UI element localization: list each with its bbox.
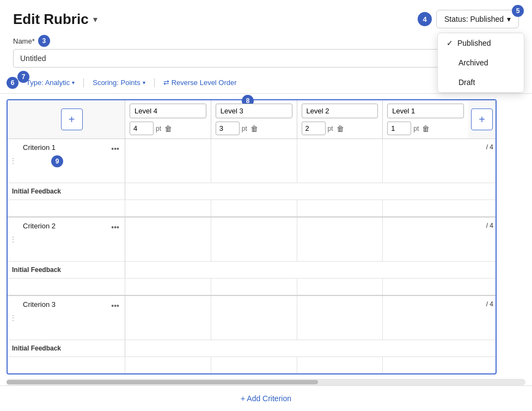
criterion-3-rating-2[interactable]	[297, 296, 383, 340]
criterion-3-drag-handle[interactable]: ⋮	[8, 296, 19, 340]
reverse-level-button[interactable]: ⇄ Reverse Level Order	[159, 76, 241, 89]
level-2-pt-label: pt	[328, 125, 333, 132]
criterion-3-group: ⋮ Criterion 3 ••• / 4 Initial	[8, 296, 496, 373]
level-3-points-row: pt 🗑	[216, 122, 292, 135]
table-wrapper[interactable]: 8 + pt 🗑	[0, 94, 532, 379]
criterion-2-drag-handle[interactable]: ⋮	[8, 217, 19, 261]
toolbar-divider	[83, 78, 84, 87]
criterion-2-extra-rating-3	[211, 279, 297, 295]
criterion-3-rating-1[interactable]	[383, 296, 468, 340]
criterion-1-extra-rating-2	[297, 200, 383, 216]
scrollbar-thumb[interactable]	[7, 380, 318, 384]
add-criterion-bar: + Add Criterion	[0, 385, 532, 411]
page-title: Edit Rubric	[13, 11, 89, 28]
criterion-1-extra-rating-1	[383, 200, 468, 216]
criterion-2-name-cell: Criterion 2 •••	[19, 217, 125, 261]
rubric-table: 8 + pt 🗑	[7, 99, 497, 374]
criterion-1-name: Criterion 1	[23, 143, 56, 152]
level-header-row: + pt 🗑	[8, 100, 496, 139]
type-label: Type: Analytic	[26, 78, 70, 87]
criterion-2-rating-3[interactable]	[211, 217, 297, 261]
criterion-2-rating-1[interactable]	[383, 217, 468, 261]
criterion-3-rating-4[interactable]	[125, 296, 211, 340]
add-level-right-button[interactable]: +	[471, 108, 493, 130]
toolbar-divider-2	[154, 78, 155, 87]
level-2-points-input[interactable]	[302, 122, 326, 135]
criterion-2-score: / 4	[468, 217, 496, 261]
level-cells-area: pt 🗑 pt 🗑	[125, 100, 468, 138]
level-1-delete-button[interactable]: 🗑	[421, 123, 431, 134]
status-button[interactable]: Status: Published ▾ 5	[436, 10, 519, 28]
title-dropdown-icon[interactable]: ▾	[93, 14, 97, 25]
level-1-points-input[interactable]	[387, 122, 411, 135]
criterion-2-main-row: ⋮ Criterion 2 ••• / 4	[8, 217, 496, 262]
criterion-2-extra-rating-1	[383, 279, 468, 295]
level-4-delete-button[interactable]: 🗑	[163, 123, 173, 134]
level-1-pt-label: pt	[413, 125, 419, 132]
criterion-1-rating-1[interactable]	[383, 139, 468, 183]
criterion-2-menu-button[interactable]: •••	[110, 222, 120, 233]
criterion-1-main-row: ⋮ Criterion 1 ••• / 4	[8, 139, 496, 183]
level-2-delete-button[interactable]: 🗑	[335, 123, 345, 134]
level-4-points-input[interactable]	[130, 122, 154, 135]
criterion-3-menu-button[interactable]: •••	[110, 300, 120, 311]
level-1-name-input[interactable]	[387, 104, 464, 118]
horizontal-scrollbar[interactable]	[7, 379, 525, 385]
title-area: Edit Rubric ▾	[13, 11, 97, 28]
criterion-2-rating-2[interactable]	[297, 217, 383, 261]
criterion-1-feedback-content[interactable]	[125, 183, 468, 200]
drag-col-header	[8, 100, 19, 138]
criterion-1-name-cell: Criterion 1 •••	[19, 139, 125, 183]
level-3-delete-button[interactable]: 🗑	[249, 123, 259, 134]
criterion-2-feedback-content[interactable]	[125, 262, 468, 278]
reverse-label: Reverse Level Order	[172, 78, 237, 87]
criterion-2-name: Criterion 2	[23, 222, 56, 230]
dropdown-archived-label: Archived	[458, 58, 488, 67]
header: Edit Rubric ▾ 4 Status: Published ▾ 5	[0, 0, 532, 35]
badge-4: 4	[418, 12, 432, 26]
criterion-3-score: / 4	[468, 296, 496, 340]
type-chevron-icon: ▾	[72, 80, 75, 86]
level-2-name-input[interactable]	[302, 104, 378, 118]
criterion-1-feedback-label-cell: Initial Feedback	[8, 183, 125, 200]
criterion-3-rating-3[interactable]	[211, 296, 297, 340]
criterion-2-extra-col	[8, 279, 125, 295]
level-4-name-input[interactable]	[130, 104, 206, 118]
criterion-2-rating-4[interactable]	[125, 217, 211, 261]
criterion-3-extra-rating-3	[211, 357, 297, 373]
add-criterion-button[interactable]: + Add Criterion	[241, 394, 291, 403]
criterion-1-rating-2[interactable]	[297, 139, 383, 183]
type-dropdown-button[interactable]: 7 Type: Analytic ▾	[22, 76, 79, 89]
criterion-3-feedback-content[interactable]	[125, 340, 468, 356]
criterion-3-feedback-label-cell: Initial Feedback	[8, 340, 125, 356]
criterion-1-menu-button[interactable]: •••	[110, 143, 120, 154]
criterion-1-extra-rating-3	[211, 200, 297, 216]
criterion-3-name-cell: Criterion 3 •••	[19, 296, 125, 340]
scoring-dropdown-button[interactable]: Scoring: Points ▾	[88, 76, 149, 89]
scoring-label: Scoring: Points	[93, 78, 140, 87]
dropdown-item-draft[interactable]: Draft	[438, 72, 524, 92]
criterion-3-feedback-row: Initial Feedback	[8, 340, 496, 357]
level-4-pt-label: pt	[156, 125, 161, 132]
criterion-2-extra-rating-cells	[125, 279, 468, 295]
level-2-points-row: pt 🗑	[302, 122, 378, 135]
criterion-1-rating-3[interactable]	[211, 139, 297, 183]
dropdown-item-archived[interactable]: Archived	[438, 53, 524, 72]
dropdown-item-published[interactable]: ✓ Published	[438, 33, 524, 53]
level-3-name-input[interactable]	[216, 104, 292, 118]
criterion-2-rating-cells	[125, 217, 468, 261]
add-level-left-button[interactable]: +	[61, 108, 83, 130]
criterion-1-rating-4[interactable]	[125, 139, 211, 183]
badge-7: 7	[17, 71, 29, 83]
badge-6: 6	[7, 77, 19, 89]
criterion-3-extra-score	[468, 357, 496, 373]
criterion-1-extra-row	[8, 200, 496, 216]
criterion-2-group: ⋮ Criterion 2 ••• / 4 Initial	[8, 217, 496, 296]
scoring-chevron-icon: ▾	[143, 80, 145, 86]
status-dropdown: ✓ Published Archived Draft	[437, 33, 524, 93]
criterion-3-extra-rating-4	[125, 357, 211, 373]
level-3-points-input[interactable]	[216, 122, 240, 135]
criterion-1-drag-handle[interactable]: ⋮	[8, 139, 19, 183]
status-chevron: ▾	[507, 15, 511, 23]
badge-5: 5	[512, 5, 524, 17]
